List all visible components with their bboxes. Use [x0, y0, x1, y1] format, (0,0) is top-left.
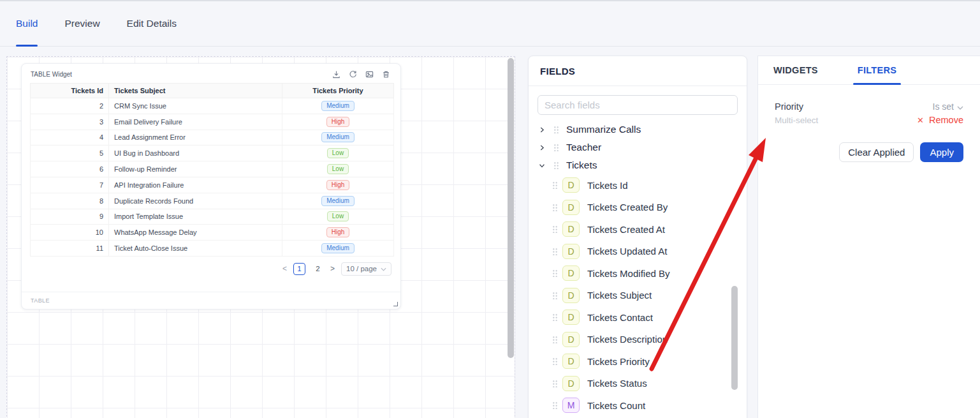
drag-handle-icon[interactable] [552, 357, 557, 365]
filter-block: Priority Is set Multi-select ✕ Remove Cl… [758, 85, 980, 162]
fields-tree: Summarize Calls Teacher Tickets D Ticket… [529, 117, 747, 418]
page-number[interactable]: 1 [293, 263, 305, 275]
field-item[interactable]: D Tickets Created By [529, 197, 747, 219]
field-item[interactable]: D Tickets Updated At [529, 241, 747, 263]
fields-scrollbar[interactable] [731, 286, 738, 390]
resize-handle[interactable] [393, 302, 398, 306]
drag-handle-icon[interactable] [552, 380, 557, 387]
field-item-label: Tickets Modified By [587, 268, 670, 279]
cell-ticket-id: 3 [31, 114, 109, 130]
field-group[interactable]: Tickets [529, 156, 747, 174]
pagination-next-icon[interactable]: > [330, 264, 335, 273]
field-item[interactable]: D Tickets Id [529, 174, 747, 197]
field-type-badge: D [562, 288, 580, 303]
page-size-select[interactable]: 10 / page [341, 262, 391, 276]
cell-ticket-subject: UI Bug in Dashboard [109, 146, 282, 161]
field-item[interactable]: D Tickets Created At [529, 218, 747, 241]
export-image-icon[interactable] [365, 70, 374, 78]
fields-panel-title: FIELDS [529, 56, 747, 86]
field-type-badge: D [562, 376, 580, 391]
drag-handle-icon[interactable] [552, 313, 557, 321]
filter-operator-select[interactable]: Is set [933, 101, 963, 112]
table-row: 3 Email Delivery Failure High [31, 114, 394, 130]
filter-name: Priority [775, 101, 803, 112]
priority-badge: High [326, 117, 350, 127]
widget-title: TABLE Widget [31, 71, 72, 78]
priority-badge: Medium [321, 132, 355, 142]
table-widget-card[interactable]: TABLE Widget [21, 63, 401, 310]
close-icon: ✕ [917, 116, 924, 125]
priority-badge: Low [327, 164, 349, 174]
table-row: 7 API Integration Failure High [31, 177, 394, 193]
page-number[interactable]: 2 [312, 263, 324, 275]
cell-ticket-priority: Low [282, 146, 394, 161]
right-tab[interactable]: WIDGETS [773, 56, 818, 84]
top-tab-label: Edit Details [127, 18, 177, 29]
field-item-label: Tickets Count [587, 400, 645, 411]
drag-handle-icon[interactable] [552, 292, 557, 299]
field-type-badge: D [562, 332, 580, 347]
cell-ticket-subject: Lead Assignment Error [109, 130, 282, 146]
drag-handle-icon[interactable] [553, 161, 559, 169]
right-tab-label: FILTERS [858, 65, 896, 75]
download-icon[interactable] [332, 70, 340, 78]
pagination-pages: 12 [293, 263, 324, 275]
cell-ticket-id: 9 [31, 209, 109, 225]
pagination-prev-icon[interactable]: < [282, 264, 287, 273]
top-tab[interactable]: Preview [64, 1, 99, 46]
priority-badge: High [326, 227, 350, 237]
cell-ticket-priority: Low [282, 161, 394, 177]
field-group[interactable]: Summarize Calls [529, 121, 747, 138]
chevron-icon[interactable] [538, 126, 546, 133]
priority-badge: Medium [321, 196, 355, 206]
chevron-down-icon [957, 101, 963, 112]
field-group[interactable]: Teacher [529, 138, 747, 156]
chevron-icon[interactable] [538, 161, 546, 169]
drag-handle-icon[interactable] [553, 144, 559, 151]
field-item-label: Tickets Created By [587, 202, 668, 213]
drag-handle-icon[interactable] [552, 225, 557, 233]
field-type-badge: D [562, 244, 580, 259]
priority-badge: Medium [321, 243, 355, 253]
field-item[interactable]: D Tickets Priority [529, 350, 747, 373]
dashboard-canvas: TABLE Widget [6, 56, 515, 418]
refresh-icon[interactable] [349, 70, 357, 78]
cell-ticket-id: 4 [31, 130, 109, 146]
field-item[interactable]: D Tickets Description [529, 329, 747, 351]
delete-icon[interactable] [382, 70, 390, 78]
field-item-label: Tickets Description [587, 334, 668, 345]
chevron-down-icon [381, 265, 386, 272]
chevron-icon[interactable] [538, 144, 546, 151]
remove-filter-button[interactable]: ✕ Remove [917, 115, 963, 125]
apply-button[interactable]: Apply [920, 142, 963, 162]
cell-ticket-id: 7 [31, 177, 109, 193]
drag-handle-icon[interactable] [552, 204, 557, 211]
top-tab[interactable]: Build [16, 1, 38, 46]
field-item[interactable]: M Tickets Count [529, 394, 747, 417]
fields-search [538, 95, 738, 115]
table-row: 8 Duplicate Records Found Medium [31, 193, 394, 209]
remove-filter-label: Remove [929, 115, 963, 125]
top-tab[interactable]: Edit Details [127, 1, 177, 46]
drag-handle-icon[interactable] [552, 248, 557, 255]
clear-applied-button[interactable]: Clear Applied [839, 142, 914, 162]
column-header: Tickets Priority [282, 84, 394, 98]
right-tab[interactable]: FILTERS [858, 56, 896, 84]
cell-ticket-subject: WhatsApp Message Delay [109, 225, 282, 241]
drag-handle-icon[interactable] [552, 336, 557, 343]
field-item[interactable]: D Tickets Status [529, 373, 747, 395]
column-header: Tickets Id [31, 84, 109, 98]
field-item[interactable]: D Tickets Modified By [529, 262, 747, 285]
drag-handle-icon[interactable] [552, 269, 557, 277]
search-fields-input[interactable] [538, 95, 738, 115]
field-type-badge: D [562, 221, 580, 237]
widget-header: TABLE Widget [22, 64, 400, 83]
field-item[interactable]: D Tickets Subject [529, 285, 747, 307]
drag-handle-icon[interactable] [552, 181, 557, 189]
drag-handle-icon[interactable] [553, 126, 559, 133]
drag-handle-icon[interactable] [552, 401, 557, 409]
filter-type-label: Multi-select [775, 116, 818, 125]
field-item[interactable]: D Tickets Contact [529, 306, 747, 329]
canvas-scrollbar[interactable] [508, 58, 514, 358]
field-item-label: Tickets Subject [587, 290, 652, 301]
